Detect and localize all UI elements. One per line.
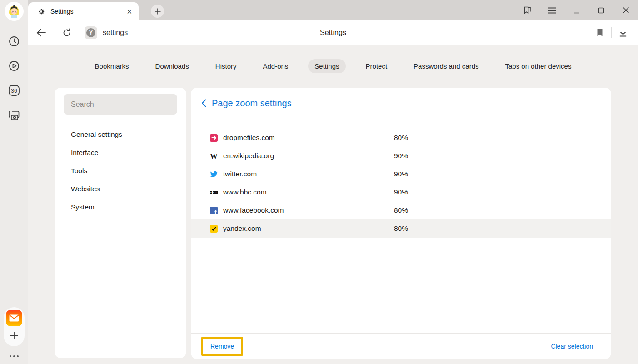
gear-icon [37,8,45,15]
back-icon[interactable] [34,25,49,40]
nav-tab-other-devices[interactable]: Tabs on other devices [499,59,578,73]
history-clock-icon[interactable] [7,35,21,48]
twitter-favicon [210,170,218,178]
close-window-icon[interactable] [613,0,638,20]
remove-button[interactable]: Remove [210,343,234,350]
tab-title: Settings [50,8,121,15]
tab-strip: Settings ✕ [28,0,638,20]
back-chevron-icon[interactable] [201,99,206,107]
tab-count-text: 36 [11,88,17,94]
maximize-icon[interactable] [589,0,613,20]
zoom-settings-footer: Remove Clear selection [191,333,611,359]
tab-close-icon[interactable]: ✕ [126,8,132,15]
play-icon[interactable] [7,59,21,73]
bookmark-icon[interactable] [592,25,608,40]
side-panel-icon[interactable] [515,0,540,20]
site-name: dropmefiles.com [223,134,275,142]
search-box[interactable] [64,94,177,115]
site-name: twitter.com [223,170,257,178]
selected-checkbox-icon[interactable] [210,225,218,233]
page-zoom-settings-card: Page zoom settings dropmefiles.com 80% W… [191,88,611,359]
menu-item-tools[interactable]: Tools [55,162,186,180]
plus-icon [154,8,161,15]
wikipedia-favicon: W [210,152,218,160]
nav-tab-downloads[interactable]: Downloads [149,59,195,73]
dropmefiles-favicon [210,134,218,142]
screenshot-icon[interactable] [7,108,21,122]
site-row-bbc[interactable]: BBC www.bbc.com 90% [191,183,611,201]
site-zoom-value: 80% [394,206,408,214]
site-zoom-value: 90% [394,170,408,178]
nav-tab-history[interactable]: History [209,59,243,73]
sidebar-apps-pill [4,307,25,346]
site-zoom-value: 80% [394,224,408,233]
nav-tab-settings[interactable]: Settings [308,59,345,73]
download-icon[interactable] [615,25,631,40]
page-zoom-title: Page zoom settings [212,98,292,109]
site-zoom-value: 90% [394,188,408,196]
site-zoom-value: 80% [394,134,408,142]
menu-item-interface[interactable]: Interface [55,144,186,162]
site-badge-icon[interactable]: Y [85,26,97,39]
site-name: www.facebook.com [223,206,284,214]
avatar[interactable] [5,2,24,21]
add-icon[interactable] [7,329,21,343]
search-input[interactable] [71,100,170,109]
nav-tab-bookmarks[interactable]: Bookmarks [89,59,135,73]
site-name: en.wikipedia.org [223,152,274,160]
tab-counter-badge[interactable]: 36 [7,84,21,97]
bbc-favicon: BBC [210,189,218,196]
list-spacer [191,238,611,333]
menu-item-general-settings[interactable]: General settings [55,125,186,144]
settings-sidebar-panel: General settings Interface Tools Website… [55,88,186,358]
menu-item-websites[interactable]: Websites [55,180,186,198]
site-row-facebook[interactable]: f www.facebook.com 80% [191,201,611,219]
yandex-mail-icon[interactable] [6,310,22,326]
toolbar-divider [611,27,612,38]
site-row-yandex[interactable]: yandex.com 80% [191,219,611,238]
facebook-favicon: f [210,207,218,214]
left-sidebar: 36 [0,0,28,364]
clear-selection-button[interactable]: Clear selection [551,343,593,350]
browser-toolbar: Y settings Settings [28,20,638,45]
nav-tab-protect[interactable]: Protect [359,59,394,73]
site-row-wikipedia[interactable]: W en.wikipedia.org 90% [191,147,611,165]
remove-annotation-highlight: Remove [201,337,243,356]
settings-menu: General settings Interface Tools Website… [55,125,186,216]
minimize-icon[interactable] [564,0,589,20]
site-list: dropmefiles.com 80% W en.wikipedia.org 9… [191,119,611,238]
page-zoom-header[interactable]: Page zoom settings [191,88,611,119]
site-name: www.bbc.com [223,188,267,196]
menu-icon[interactable] [540,0,564,20]
nav-tab-passwords[interactable]: Passwords and cards [407,59,485,73]
site-row-dropmefiles[interactable]: dropmefiles.com 80% [191,129,611,147]
avatar-girl-icon [5,3,23,20]
site-zoom-value: 90% [394,152,408,160]
menu-item-system[interactable]: System [55,198,186,216]
address-text[interactable]: settings [103,29,128,37]
site-row-twitter[interactable]: twitter.com 90% [191,165,611,183]
more-icon[interactable] [10,355,19,357]
browser-window: 36 [0,0,638,364]
nav-tab-addons[interactable]: Add-ons [256,59,294,73]
site-name: yandex.com [223,224,261,233]
tab-settings[interactable]: Settings ✕ [28,2,139,20]
new-tab-button[interactable] [151,5,164,18]
reload-icon[interactable] [59,25,75,40]
settings-nav-tabs: Bookmarks Downloads History Add-ons Sett… [28,45,638,88]
